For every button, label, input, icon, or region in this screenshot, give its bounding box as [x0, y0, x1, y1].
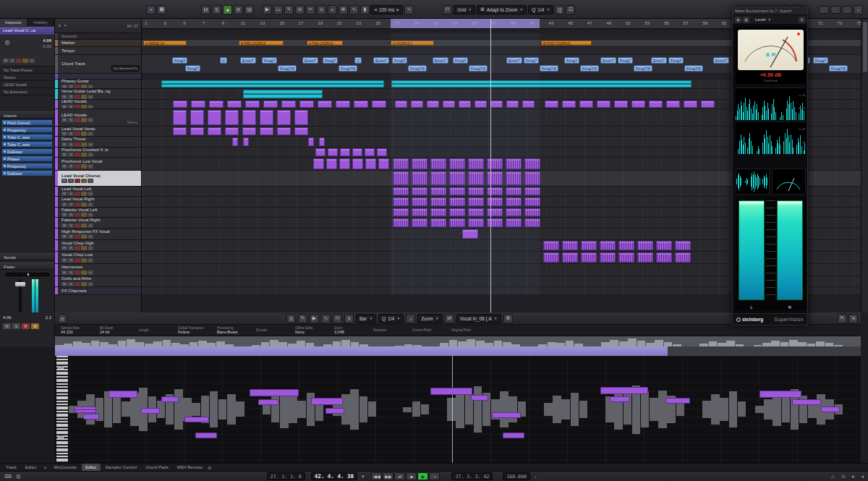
chord-event[interactable]: Fmaj7	[262, 57, 277, 64]
info-column[interactable]: Bit Depth24 bit	[100, 325, 129, 336]
add-track-icon[interactable]: +	[64, 23, 67, 28]
supervision-title-bar[interactable]: Master Bus Automation Vo..7 - SuperVi..	[733, 8, 807, 15]
extension-row[interactable]: No Extension	[0, 89, 54, 95]
editor-overview[interactable]	[55, 336, 861, 346]
audio-clip[interactable]	[562, 101, 576, 108]
chord-event[interactable]: Fmaj7	[564, 57, 579, 64]
editor-playhead[interactable]	[452, 356, 453, 463]
info-column[interactable]: Selection	[373, 325, 402, 336]
audio-clip[interactable]	[209, 101, 224, 108]
editor-expand-icon[interactable]: ⇱	[838, 314, 847, 323]
track-row[interactable]: Prechorus Low VocalMSe	[55, 158, 141, 171]
info-column[interactable]: Global TransposeFollow	[178, 325, 207, 336]
audio-clip[interactable]	[631, 101, 645, 108]
editor-ruler[interactable]	[55, 346, 861, 356]
track-buttons[interactable]: MSe	[61, 203, 141, 207]
editor-grid-select[interactable]: Bar▼	[356, 314, 376, 323]
chord-event[interactable]: Fmaj7	[668, 57, 684, 64]
solo-all-button[interactable]: S	[212, 5, 221, 14]
track-row[interactable]: LEAD VocalsMSe	[55, 100, 141, 109]
play-button[interactable]: ▶	[417, 472, 428, 480]
audio-clip[interactable]	[581, 252, 597, 263]
audio-clip[interactable]	[372, 101, 386, 108]
chord-event[interactable]: Fmaj7/9	[684, 65, 703, 72]
audio-clip[interactable]	[190, 127, 204, 135]
zone-tab-editor[interactable]: Editor	[22, 464, 41, 471]
track-row[interactable]: Phasey GuitarMSe	[55, 80, 141, 89]
chord-event[interactable]: Emin7	[600, 57, 616, 64]
audio-clip[interactable]	[581, 241, 597, 250]
zone-tab-sampler-control[interactable]: Sampler Control	[102, 464, 140, 471]
pitch-segment[interactable]	[471, 395, 488, 401]
close-zone-icon[interactable]: ×	[41, 465, 48, 470]
audio-clip[interactable]	[365, 158, 376, 169]
chord-event[interactable]: Fmaj7	[524, 57, 539, 64]
pitch-segment[interactable]	[600, 387, 648, 394]
pan-slider[interactable]	[6, 273, 49, 276]
iterative-quantize-icon[interactable]: Q	[555, 5, 564, 14]
tool-button[interactable]: ⊕	[339, 5, 348, 14]
audio-clip[interactable]	[225, 110, 239, 125]
pitch-segment[interactable]	[109, 391, 137, 398]
chord-event[interactable]: Fmaj7	[618, 57, 633, 64]
pitch-segment[interactable]	[326, 408, 344, 414]
track-row[interactable]: High Response FX VocalMSe	[55, 229, 141, 240]
editor-draw-icon[interactable]: ✎	[298, 314, 307, 323]
audio-clip[interactable]	[339, 158, 350, 169]
pitch-segment[interactable]	[141, 408, 160, 414]
pitch-segment[interactable]	[503, 433, 524, 438]
track-filter-icon[interactable]: ≡	[58, 23, 61, 28]
audio-clip[interactable]	[328, 148, 338, 156]
audio-clip[interactable]	[524, 197, 540, 206]
audio-clip[interactable]	[227, 101, 242, 108]
info-column[interactable]: Sample Rate44.100	[61, 325, 90, 336]
scrollbar-thumb[interactable]	[863, 22, 867, 72]
track-row[interactable]: HarmoniesMSe	[55, 264, 141, 276]
module-select[interactable]: Level▼	[755, 17, 771, 22]
track-buttons[interactable]: MSe	[61, 179, 141, 183]
chord-event[interactable]: Fmaj7/9	[634, 65, 652, 72]
audio-clip[interactable]	[487, 208, 503, 216]
vertical-scrollbar[interactable]	[861, 19, 868, 312]
audio-clip[interactable]	[618, 241, 634, 250]
audio-clip[interactable]	[412, 208, 427, 216]
layout-icon[interactable]: ▦	[743, 17, 749, 23]
project-setup-icon[interactable]: ≡	[146, 5, 156, 14]
insert-slot[interactable]: Frequency	[1, 127, 53, 133]
audio-clip[interactable]	[245, 101, 260, 108]
editor-scrub-icon[interactable]: ∿	[321, 314, 331, 323]
track-buttons[interactable]: MSe	[61, 95, 141, 99]
quantize-field[interactable]: ◀100 ms▶	[370, 5, 403, 14]
pitch-segment[interactable]	[821, 406, 840, 412]
audio-clip[interactable]	[487, 218, 503, 227]
audio-clip[interactable]	[468, 171, 484, 185]
editor-play-icon[interactable]: ▶	[310, 314, 319, 323]
track-row[interactable]: Tempo	[55, 47, 141, 55]
audio-clip[interactable]	[354, 101, 368, 108]
tab-inspector[interactable]: Inspector	[0, 19, 27, 26]
audio-clip[interactable]	[449, 197, 465, 206]
audio-clip[interactable]	[524, 158, 540, 169]
audio-clip[interactable]	[506, 187, 522, 195]
track-row[interactable]: Marker	[55, 40, 141, 47]
chord-event[interactable]: Emin7	[506, 57, 522, 64]
audio-clip[interactable]	[277, 110, 291, 125]
editor-solo-icon[interactable]: S	[286, 314, 296, 323]
tool-button[interactable]: ×	[328, 5, 337, 14]
playhead[interactable]	[490, 19, 491, 312]
audio-clip[interactable]	[393, 158, 409, 169]
automation-read-button[interactable]: R	[234, 5, 243, 14]
audio-clip[interactable]	[430, 171, 446, 185]
audio-clip[interactable]	[449, 208, 465, 216]
editor-part-select[interactable]: Vocal In_08 (.A▼	[456, 314, 501, 323]
zone-tab-track[interactable]: Track	[2, 464, 20, 471]
audio-clip[interactable]	[326, 158, 337, 169]
audio-clip[interactable]	[637, 241, 653, 250]
audio-clip[interactable]	[161, 80, 384, 88]
audio-clip[interactable]	[524, 208, 540, 216]
audio-clip[interactable]	[411, 101, 423, 108]
secondary-time-display[interactable]: 37. 3. 2. 42	[451, 472, 493, 480]
chord-event[interactable]: C	[220, 57, 227, 64]
audio-clip[interactable]	[600, 252, 616, 263]
audio-clip[interactable]	[506, 218, 522, 227]
